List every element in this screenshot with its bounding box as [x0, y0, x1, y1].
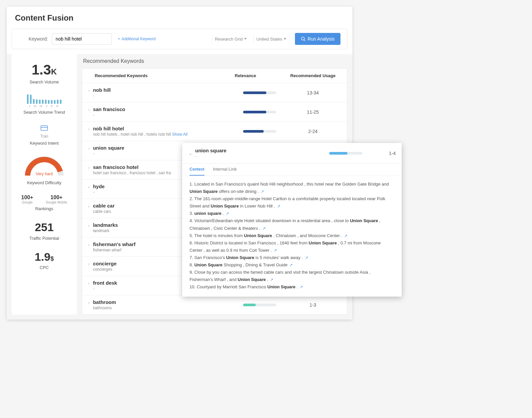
keyword-name: nob hill: [93, 87, 111, 93]
volume-trend-sparkline: [15, 94, 73, 104]
keyword-name: cable car: [93, 203, 115, 209]
context-item: 2. The 161-room upper-middle-range Hotel…: [190, 195, 394, 210]
expand-icon[interactable]: ›: [88, 184, 90, 190]
external-link-icon[interactable]: ↗: [305, 255, 308, 260]
trend-bar: [42, 100, 44, 104]
keyword-variants: bathrooms: [93, 306, 116, 310]
external-link-icon[interactable]: ↗: [274, 248, 277, 253]
external-link-icon[interactable]: ↗: [300, 285, 303, 289]
relevance-bar: [243, 130, 276, 133]
context-list: 1. Located in San Francisco's quaint Nob…: [182, 176, 402, 297]
caret-down-icon: [284, 38, 286, 40]
keyword-name: nob hill hotel: [93, 126, 188, 131]
context-item: 3. union square . ↗: [190, 210, 394, 217]
traffic-potential-value: 251: [15, 221, 73, 233]
relevance-bar: [243, 111, 276, 113]
trend-label: Search Volume Trend: [15, 110, 73, 115]
header-relevance: Relevance: [235, 73, 285, 78]
search-icon: [301, 37, 306, 41]
external-link-icon[interactable]: ↗: [270, 277, 273, 282]
keyword-name: hyde: [93, 184, 105, 189]
expand-icon[interactable]: ›: [88, 261, 90, 267]
expand-icon[interactable]: ›: [88, 146, 90, 151]
expand-icon[interactable]: ›: [88, 204, 90, 209]
run-analysis-button[interactable]: Run Analysis: [295, 33, 340, 45]
context-item: 9. Close by you can access the famed cab…: [190, 269, 394, 283]
keyword-variants: -: [93, 190, 105, 195]
tab-context[interactable]: Context: [190, 167, 204, 176]
difficulty-text: Very hard: [15, 172, 73, 176]
keyword-name: san francisco hotel: [93, 164, 171, 170]
svg-rect-2: [41, 126, 48, 130]
expand-icon[interactable]: ›: [88, 223, 90, 228]
expand-icon[interactable]: ›: [88, 281, 90, 286]
trend-bar: [45, 100, 47, 104]
keyword-detail-panel: ⌄ union square - 1-4 Context Internal Li…: [182, 143, 402, 297]
external-link-icon[interactable]: ↗: [344, 233, 347, 238]
list-header: Recommended Keywords Relevance Recommend…: [82, 69, 347, 83]
difficulty-label: Keyword Difficulty: [15, 180, 73, 185]
keyword-row: › nob hill - 13-34: [82, 83, 347, 102]
keyword-variants: -: [93, 286, 117, 291]
context-item: 4. Victorian/Edwardian-style Hotel situa…: [190, 217, 394, 232]
usage-value: 1-3: [285, 302, 341, 308]
caret-down-icon: [244, 38, 247, 40]
expand-icon[interactable]: ›: [88, 165, 90, 170]
research-grid-dropdown[interactable]: Research Grid: [212, 35, 249, 44]
header-keywords: Recommended Keywords: [88, 73, 235, 78]
expand-icon[interactable]: ›: [88, 300, 90, 305]
trend-bar: [51, 100, 53, 104]
keyword-variants: -: [93, 93, 111, 98]
expand-icon[interactable]: ›: [88, 242, 90, 247]
region-dropdown[interactable]: United States: [253, 35, 289, 44]
relevance-bar: [243, 91, 276, 94]
keyword-input[interactable]: [52, 33, 112, 45]
context-item: 7. San Francisco's Union Square is 5 min…: [190, 254, 394, 261]
external-link-icon[interactable]: ↗: [277, 204, 280, 209]
tab-internal-link[interactable]: Internal Link: [213, 167, 237, 176]
keyword-variants: -: [93, 151, 124, 156]
collapse-icon[interactable]: ⌄: [188, 150, 193, 156]
expand-icon[interactable]: ›: [88, 88, 90, 93]
external-link-icon[interactable]: ↗: [226, 211, 229, 216]
keyword-name: union square: [93, 145, 124, 151]
intent-type: Tran: [15, 134, 73, 139]
svg-point-0: [302, 37, 305, 40]
detail-keyword-name: union square: [195, 148, 329, 153]
list-title: Recommended Keywords: [82, 54, 347, 68]
sidebar: 1.3K Search Volume J M M J S N Search Vo…: [12, 54, 77, 315]
trend-bar: [54, 100, 56, 104]
external-link-icon[interactable]: ↗: [262, 226, 266, 231]
keyword-row: › san francisco - 11-25: [82, 102, 347, 121]
keyword-label: Keyword:: [29, 36, 48, 42]
detail-usage: 1-4: [376, 151, 396, 156]
expand-icon[interactable]: ›: [88, 126, 90, 132]
context-item: 10. Courtyard by Marriott San Francisco …: [190, 283, 394, 291]
keyword-name: bathroom: [93, 299, 116, 305]
intent-label: Keyword Intent: [15, 141, 73, 146]
detail-tabs: Context Internal Link: [182, 164, 402, 176]
difficulty-gauge: Very hard: [15, 155, 73, 178]
wallet-icon: [15, 125, 73, 133]
trend-months: J M M J S N: [15, 104, 73, 108]
google-rank: 100+: [21, 195, 33, 201]
add-keyword-button[interactable]: + Additional Keyword: [118, 37, 156, 41]
trend-bar: [57, 100, 59, 104]
keyword-name: san francisco: [93, 106, 125, 112]
page-title: Content Fusion: [7, 10, 352, 29]
trend-bar: [48, 100, 50, 104]
context-item: 5. The hotel is minutes from Union Squar…: [190, 232, 394, 239]
keyword-variants: -: [93, 113, 125, 117]
expand-icon[interactable]: ›: [88, 107, 90, 112]
header-usage: Recommended Usage: [285, 73, 341, 78]
toolbar: Keyword: + Additional Keyword Research G…: [12, 29, 347, 49]
external-link-icon[interactable]: ↗: [289, 263, 293, 267]
rankings-label: Rankings: [15, 206, 73, 211]
external-link-icon[interactable]: ↗: [261, 189, 264, 194]
keyword-row: › bathroom bathrooms 1-3: [82, 295, 347, 314]
keyword-name: fisherman's wharf: [93, 241, 136, 247]
keyword-variants: hotel san francisco , francisco hotel , …: [93, 171, 171, 175]
trend-bar: [39, 100, 41, 104]
show-all-link[interactable]: Show All: [172, 132, 188, 137]
detail-relevance-bar: [329, 152, 362, 155]
